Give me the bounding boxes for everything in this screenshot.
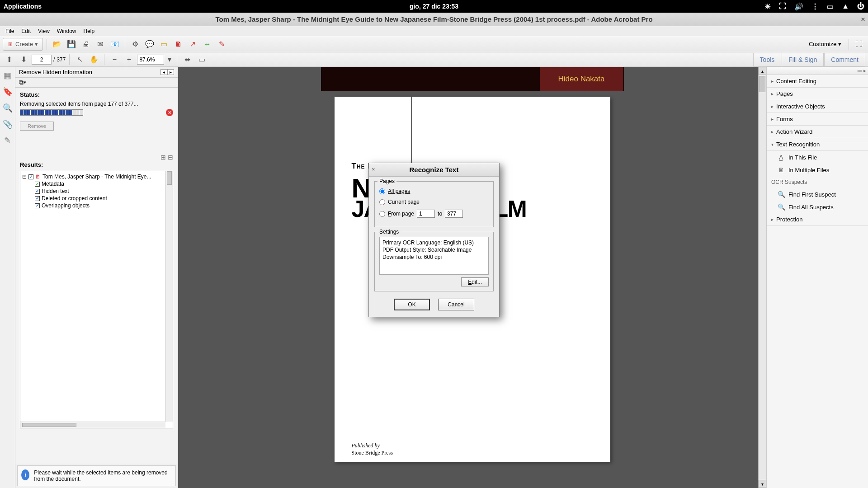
menu-file[interactable]: File <box>2 27 18 35</box>
page-number-input[interactable] <box>32 55 52 65</box>
document-scrollbar[interactable]: ▴ ▾ <box>758 67 766 488</box>
fit-width-icon[interactable]: ⬌ <box>181 53 193 66</box>
volume-icon[interactable]: 🔊 <box>794 2 803 11</box>
attachments-icon[interactable]: 📎 <box>3 119 13 129</box>
zoom-in-button[interactable]: + <box>123 53 135 66</box>
ocr-in-this-file[interactable]: A̲In This File <box>767 151 868 164</box>
edit-settings-button[interactable]: Edit... <box>461 277 489 286</box>
menu-help[interactable]: Help <box>80 27 99 35</box>
stamp-icon[interactable]: 🗎 <box>172 38 185 51</box>
applications-menu[interactable]: Applications <box>4 3 42 10</box>
results-tree[interactable]: ⊟🗎Tom Mes, Jasper Sharp - The Midnight E… <box>20 171 173 428</box>
label-current-page[interactable]: Current page <box>388 199 420 205</box>
panel-menu-icon[interactable]: ▭ <box>857 68 862 74</box>
search-icon: 🔍 <box>778 191 785 198</box>
search-panel-icon[interactable]: 🔍 <box>3 103 13 113</box>
find-all-suspects[interactable]: 🔍Find All Suspects <box>767 201 868 213</box>
label-all-pages[interactable]: All pages <box>388 188 410 194</box>
signatures-icon[interactable]: ✎ <box>4 136 11 145</box>
zoom-dropdown[interactable]: ▾ <box>166 53 173 66</box>
highlight-icon[interactable]: ▭ <box>158 38 170 51</box>
left-panel-title: Remove Hidden Information <box>19 69 92 75</box>
zoom-out-button[interactable]: − <box>108 53 121 66</box>
section-interactive-objects[interactable]: Interactive Objects <box>767 100 868 113</box>
customize-button[interactable]: Customize ▾ <box>805 40 845 48</box>
sign-icon[interactable]: ✎ <box>216 38 228 51</box>
tab-fill-sign[interactable]: Fill & Sign <box>782 53 824 66</box>
dialog-close-button[interactable]: × <box>372 166 375 173</box>
notifications-icon[interactable]: ▲ <box>842 2 849 10</box>
fit-page-icon[interactable]: ▭ <box>195 53 208 66</box>
section-forms[interactable]: Forms <box>767 113 868 126</box>
scroll-thumb[interactable] <box>760 76 765 92</box>
publisher-name: Stone Bridge Press <box>352 450 393 456</box>
section-action-wizard[interactable]: Action Wizard <box>767 126 868 138</box>
hand-tool-icon[interactable]: ✋ <box>88 53 100 66</box>
menu-edit[interactable]: Edit <box>18 27 34 35</box>
system-datetime: gio, 27 dic 23:53 <box>410 3 458 10</box>
tree-item-checkbox[interactable] <box>35 182 40 187</box>
scroll-up-button[interactable]: ▴ <box>759 67 766 75</box>
page-up-button[interactable]: ⬆ <box>3 53 15 66</box>
power-icon[interactable]: ⏻ <box>857 2 864 10</box>
section-pages[interactable]: Pages <box>767 88 868 100</box>
bookmarks-icon[interactable]: 🔖 <box>3 87 13 97</box>
panel-options-icon[interactable]: ⧉▾ <box>19 79 26 86</box>
tree-vertical-scrollbar[interactable] <box>165 171 173 422</box>
window-close-icon[interactable]: ✕ <box>861 16 865 23</box>
cancel-progress-button[interactable]: ✕ <box>166 109 173 116</box>
monitor-icon[interactable]: ⛶ <box>779 2 786 10</box>
attach-icon[interactable]: ↔ <box>201 38 214 51</box>
tab-comment[interactable]: Comment <box>824 53 865 66</box>
open-button[interactable]: 📂 <box>51 38 63 51</box>
tree-horizontal-scrollbar[interactable] <box>20 422 165 428</box>
zoom-input[interactable] <box>137 55 164 65</box>
radio-all-pages[interactable] <box>379 188 385 194</box>
ocr-in-multiple-files[interactable]: 🗎In Multiple Files <box>767 164 868 176</box>
radio-current-page[interactable] <box>379 199 385 205</box>
print-button[interactable]: 🖨 <box>80 38 92 51</box>
settings-icon[interactable]: ⚙ <box>129 38 142 51</box>
save-button[interactable]: 💾 <box>65 38 78 51</box>
brightness-icon[interactable]: ☀ <box>764 2 771 11</box>
panel-prev-button[interactable]: ◂ <box>160 69 167 75</box>
collapse-all-icon[interactable]: ⊟ <box>168 154 173 161</box>
to-page-input[interactable] <box>445 210 463 218</box>
panel-collapse-icon[interactable]: ▸ <box>863 68 866 74</box>
menu-view[interactable]: View <box>34 27 53 35</box>
published-by-label: Published by <box>352 442 380 449</box>
tree-item-checkbox[interactable] <box>35 196 40 201</box>
dialog-title: Recognize Text <box>410 166 459 174</box>
select-tool-icon[interactable]: ↖ <box>73 53 86 66</box>
cancel-button[interactable]: Cancel <box>438 299 474 310</box>
from-page-input[interactable] <box>417 210 435 218</box>
ok-button[interactable]: OK <box>394 299 430 310</box>
tree-item-checkbox[interactable] <box>35 189 40 194</box>
expand-all-icon[interactable]: ⊞ <box>160 154 166 161</box>
label-from-page[interactable]: From page <box>388 211 414 217</box>
page-down-button[interactable]: ⬇ <box>17 53 30 66</box>
battery-icon[interactable]: ▭ <box>827 2 834 11</box>
text-icon: A̲ <box>778 154 785 161</box>
page-separator: / <box>53 56 55 63</box>
menu-window[interactable]: Window <box>53 27 80 35</box>
window-title: Tom Mes, Jasper Sharp - The Midnight Eye… <box>215 15 652 23</box>
tree-item-checkbox[interactable] <box>35 203 40 208</box>
panel-next-button[interactable]: ▸ <box>167 69 174 75</box>
email-button[interactable]: ✉ <box>94 38 107 51</box>
export-icon[interactable]: ↗ <box>187 38 199 51</box>
tab-tools[interactable]: Tools <box>753 53 782 66</box>
share-button[interactable]: 📧 <box>108 38 121 51</box>
comment-icon[interactable]: 💬 <box>143 38 156 51</box>
wifi-icon[interactable]: ⋮ <box>811 2 819 11</box>
section-content-editing[interactable]: Content Editing <box>767 75 868 88</box>
scroll-down-button[interactable]: ▾ <box>759 480 766 488</box>
radio-from-page[interactable] <box>379 211 385 217</box>
create-button[interactable]: 🗎Create ▾ <box>3 38 43 51</box>
section-text-recognition[interactable]: Text Recognition <box>767 138 868 151</box>
section-protection[interactable]: Protection <box>767 213 868 226</box>
thumbnails-icon[interactable]: ▦ <box>4 70 11 80</box>
tree-root-checkbox[interactable] <box>28 174 33 179</box>
find-first-suspect[interactable]: 🔍Find First Suspect <box>767 188 868 201</box>
fullscreen-icon[interactable]: ⛶ <box>853 38 865 51</box>
